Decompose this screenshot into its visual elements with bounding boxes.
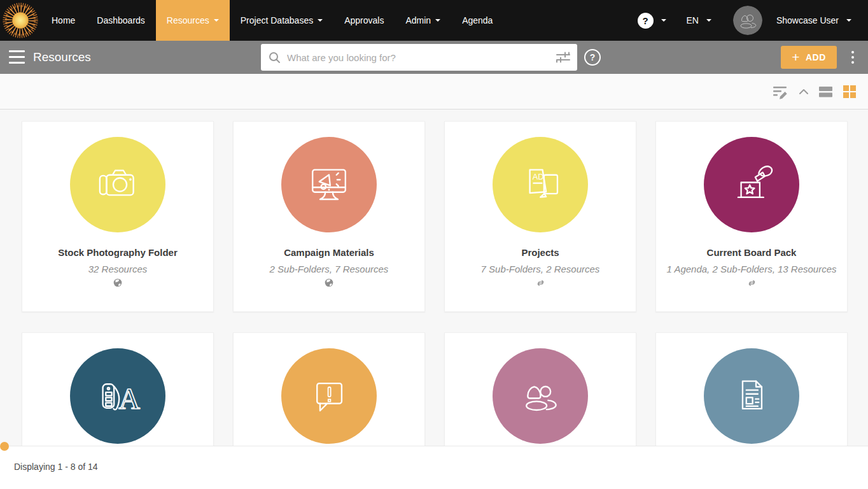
folder-title: Projects: [445, 247, 636, 258]
folder-subtitle: 2 Sub-Folders, 7 Resources: [234, 264, 424, 274]
list-view-icon[interactable]: [818, 85, 833, 98]
chevron-down-icon[interactable]: [846, 19, 851, 22]
monitor-megaphone-icon: [281, 137, 377, 232]
folder-subtitle: 32 Resources: [22, 264, 213, 274]
folder-card-projects[interactable]: AD Projects 7 Sub-Folders, 2 Resources: [444, 121, 636, 312]
nav-items: Home Dashboards Resources Project Databa…: [41, 0, 503, 41]
newsletter-document-icon: [704, 348, 799, 444]
repeat-icon: [535, 278, 546, 288]
search-input[interactable]: [287, 52, 556, 63]
help-menu-icon[interactable]: ?: [638, 13, 654, 29]
scrollbar-handle[interactable]: [0, 442, 9, 451]
grid-view-icon[interactable]: [843, 85, 857, 99]
top-nav: Home Dashboards Resources Project Databa…: [0, 0, 868, 41]
svg-text:AD: AD: [533, 173, 544, 181]
ballot-box-icon: [704, 137, 799, 232]
folder-card-campaign-materials[interactable]: Campaign Materials 2 Sub-Folders, 7 Reso…: [233, 121, 425, 312]
repeat-icon: [746, 278, 757, 288]
folder-badge: [445, 278, 636, 288]
chevron-down-icon[interactable]: [661, 19, 666, 22]
folder-title: Current Board Pack: [656, 247, 847, 258]
ad-pages-icon: AD: [493, 137, 588, 232]
more-options-kebab-icon[interactable]: [847, 49, 858, 66]
app-logo[interactable]: [0, 0, 41, 41]
folder-circle: [70, 137, 165, 232]
filter-sliders-icon[interactable]: [556, 50, 571, 64]
content-area: Stock Photography Folder 32 Resources: [0, 110, 868, 489]
plus-icon: +: [792, 50, 800, 64]
chevron-down-icon[interactable]: [706, 19, 711, 22]
folder-circle: [493, 348, 588, 444]
folder-circle: [281, 348, 377, 444]
chevron-up-icon[interactable]: [799, 89, 809, 95]
folder-circle: AD: [493, 137, 588, 232]
nav-item-approvals[interactable]: Approvals: [333, 0, 395, 41]
folder-circle: [704, 348, 799, 444]
folder-title: Campaign Materials: [234, 247, 424, 258]
search-box: [261, 44, 577, 71]
folder-badge: [22, 278, 213, 288]
menu-hamburger-icon[interactable]: [9, 50, 25, 64]
folder-grid: Stock Photography Folder 32 Resources: [22, 121, 848, 489]
folder-circle: [704, 137, 799, 232]
chevron-down-icon: [214, 19, 219, 22]
action-bar: Resources ? + ADD: [0, 41, 868, 74]
page-title: Resources: [33, 50, 91, 64]
brand-swatch-icon: A: [70, 348, 165, 444]
camera-icon: [70, 137, 165, 232]
folder-card-current-board-pack[interactable]: Current Board Pack 1 Agenda, 2 Sub-Folde…: [655, 121, 848, 312]
avatar[interactable]: [733, 6, 762, 35]
folder-subtitle: 1 Agenda, 2 Sub-Folders, 13 Resources: [656, 264, 847, 274]
add-button[interactable]: + ADD: [781, 46, 837, 69]
search-icon: [269, 52, 281, 64]
folder-subtitle: 7 Sub-Folders, 2 Resources: [445, 264, 636, 274]
search-help-icon[interactable]: ?: [584, 49, 601, 66]
user-menu[interactable]: Showcase User: [776, 15, 839, 25]
alert-bubble-icon: [281, 348, 377, 444]
chevron-down-icon: [435, 19, 440, 22]
folder-title: Stock Photography Folder: [22, 247, 213, 258]
language-selector[interactable]: EN: [687, 15, 699, 25]
folder-badge: [234, 278, 424, 288]
chevron-down-icon: [318, 19, 323, 22]
sunburst-logo-icon: [2, 2, 39, 39]
nav-item-admin[interactable]: Admin: [395, 0, 451, 41]
view-toolbar: [0, 74, 868, 110]
status-text: Displaying 1 - 8 of 14: [0, 446, 868, 472]
nav-item-home[interactable]: Home: [41, 0, 86, 41]
nav-item-project-databases[interactable]: Project Databases: [230, 0, 333, 41]
folder-circle: A: [70, 348, 165, 444]
folder-badge: [656, 278, 847, 288]
footer: Displaying 1 - 8 of 14: [0, 446, 868, 489]
nav-item-dashboards[interactable]: Dashboards: [86, 0, 156, 41]
nav-item-agenda[interactable]: Agenda: [451, 0, 503, 41]
folder-circle: [281, 137, 377, 232]
nav-item-resources[interactable]: Resources: [156, 0, 230, 41]
nav-right-group: ? EN Showcase User: [638, 0, 868, 41]
folder-card-stock-photography[interactable]: Stock Photography Folder 32 Resources: [22, 121, 214, 312]
globe-icon: [324, 278, 334, 288]
svg-text:A: A: [118, 382, 140, 415]
people-icon: [493, 348, 588, 444]
globe-icon: [113, 278, 123, 288]
edit-sort-icon[interactable]: [772, 84, 789, 99]
